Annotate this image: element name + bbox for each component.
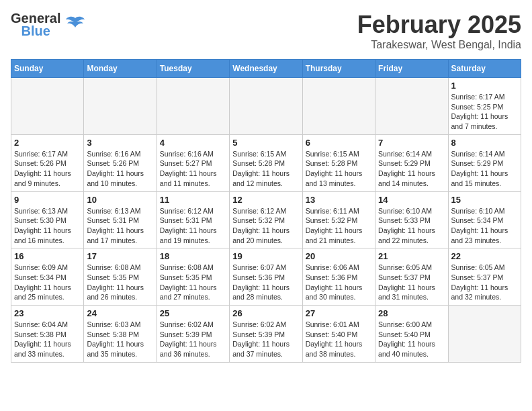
calendar-day-cell: 26Sunrise: 6:02 AM Sunset: 5:39 PM Dayli…	[230, 306, 302, 363]
calendar-day-cell: 14Sunrise: 6:10 AM Sunset: 5:33 PM Dayli…	[375, 191, 448, 248]
calendar-day-cell: 9Sunrise: 6:13 AM Sunset: 5:30 PM Daylig…	[11, 191, 84, 248]
calendar-day-cell: 16Sunrise: 6:09 AM Sunset: 5:34 PM Dayli…	[11, 248, 84, 306]
day-number: 18	[160, 251, 226, 261]
day-info: Sunrise: 6:17 AM Sunset: 5:26 PM Dayligh…	[14, 149, 81, 189]
day-number: 22	[451, 251, 518, 261]
weekday-header-wednesday: Wednesday	[230, 60, 302, 78]
calendar-day-cell	[157, 78, 229, 135]
day-number: 24	[87, 308, 153, 318]
day-info: Sunrise: 6:05 AM Sunset: 5:37 PM Dayligh…	[451, 263, 518, 302]
calendar-week-row: 9Sunrise: 6:13 AM Sunset: 5:30 PM Daylig…	[11, 191, 521, 248]
day-info: Sunrise: 6:09 AM Sunset: 5:34 PM Dayligh…	[14, 263, 81, 302]
weekday-header-monday: Monday	[84, 60, 157, 78]
month-title: February 2025	[357, 11, 521, 39]
day-info: Sunrise: 6:10 AM Sunset: 5:34 PM Dayligh…	[451, 206, 518, 246]
calendar-week-row: 23Sunrise: 6:04 AM Sunset: 5:38 PM Dayli…	[11, 306, 521, 363]
calendar-header: SundayMondayTuesdayWednesdayThursdayFrid…	[11, 60, 521, 78]
day-info: Sunrise: 6:14 AM Sunset: 5:29 PM Dayligh…	[451, 149, 518, 189]
day-number: 9	[14, 195, 81, 205]
calendar-day-cell: 4Sunrise: 6:16 AM Sunset: 5:27 PM Daylig…	[157, 134, 229, 191]
day-number: 4	[160, 138, 226, 148]
day-number: 1	[451, 81, 518, 91]
calendar-week-row: 1Sunrise: 6:17 AM Sunset: 5:25 PM Daylig…	[11, 78, 521, 135]
weekday-header-friday: Friday	[375, 60, 448, 78]
day-info: Sunrise: 6:16 AM Sunset: 5:26 PM Dayligh…	[87, 149, 153, 189]
calendar-table: SundayMondayTuesdayWednesdayThursdayFrid…	[11, 59, 521, 363]
calendar-day-cell: 3Sunrise: 6:16 AM Sunset: 5:26 PM Daylig…	[84, 134, 157, 191]
calendar-day-cell: 13Sunrise: 6:11 AM Sunset: 5:32 PM Dayli…	[302, 191, 375, 248]
day-info: Sunrise: 6:15 AM Sunset: 5:28 PM Dayligh…	[306, 149, 372, 189]
day-info: Sunrise: 6:06 AM Sunset: 5:36 PM Dayligh…	[306, 263, 372, 302]
calendar-day-cell: 25Sunrise: 6:02 AM Sunset: 5:39 PM Dayli…	[157, 306, 229, 363]
calendar-day-cell: 2Sunrise: 6:17 AM Sunset: 5:26 PM Daylig…	[11, 134, 84, 191]
day-info: Sunrise: 6:07 AM Sunset: 5:36 PM Dayligh…	[232, 263, 299, 302]
calendar-body: 1Sunrise: 6:17 AM Sunset: 5:25 PM Daylig…	[11, 78, 521, 363]
day-number: 3	[87, 138, 153, 148]
calendar-day-cell: 18Sunrise: 6:08 AM Sunset: 5:35 PM Dayli…	[157, 248, 229, 306]
day-info: Sunrise: 6:03 AM Sunset: 5:38 PM Dayligh…	[87, 320, 153, 359]
calendar-day-cell	[375, 78, 448, 135]
weekday-header-thursday: Thursday	[302, 60, 375, 78]
calendar-day-cell: 23Sunrise: 6:04 AM Sunset: 5:38 PM Dayli…	[11, 306, 84, 363]
day-info: Sunrise: 6:15 AM Sunset: 5:28 PM Dayligh…	[232, 149, 299, 189]
day-info: Sunrise: 6:08 AM Sunset: 5:35 PM Dayligh…	[87, 263, 153, 302]
day-info: Sunrise: 6:13 AM Sunset: 5:30 PM Dayligh…	[14, 206, 81, 246]
calendar-day-cell: 5Sunrise: 6:15 AM Sunset: 5:28 PM Daylig…	[230, 134, 302, 191]
logo: General Blue	[11, 11, 87, 39]
day-number: 7	[378, 138, 445, 148]
day-number: 5	[232, 138, 299, 148]
calendar-day-cell: 24Sunrise: 6:03 AM Sunset: 5:38 PM Dayli…	[84, 306, 157, 363]
weekday-header-row: SundayMondayTuesdayWednesdayThursdayFrid…	[11, 60, 521, 78]
calendar-day-cell: 10Sunrise: 6:13 AM Sunset: 5:31 PM Dayli…	[84, 191, 157, 248]
day-number: 27	[306, 308, 372, 318]
weekday-header-saturday: Saturday	[448, 60, 521, 78]
calendar-day-cell: 1Sunrise: 6:17 AM Sunset: 5:25 PM Daylig…	[448, 78, 521, 135]
logo-blue: Blue	[21, 24, 50, 39]
calendar-day-cell	[302, 78, 375, 135]
day-number: 2	[14, 138, 81, 148]
day-info: Sunrise: 6:01 AM Sunset: 5:40 PM Dayligh…	[306, 320, 372, 359]
day-info: Sunrise: 6:05 AM Sunset: 5:37 PM Dayligh…	[378, 263, 445, 302]
day-info: Sunrise: 6:12 AM Sunset: 5:32 PM Dayligh…	[232, 206, 299, 246]
weekday-header-tuesday: Tuesday	[157, 60, 229, 78]
calendar-day-cell: 28Sunrise: 6:00 AM Sunset: 5:40 PM Dayli…	[375, 306, 448, 363]
logo-bird-icon	[63, 13, 87, 37]
day-info: Sunrise: 6:10 AM Sunset: 5:33 PM Dayligh…	[378, 206, 445, 246]
day-number: 21	[378, 251, 445, 261]
day-number: 13	[306, 195, 372, 205]
day-number: 15	[451, 195, 518, 205]
day-number: 10	[87, 195, 153, 205]
day-number: 28	[378, 308, 445, 318]
calendar-day-cell: 6Sunrise: 6:15 AM Sunset: 5:28 PM Daylig…	[302, 134, 375, 191]
day-info: Sunrise: 6:13 AM Sunset: 5:31 PM Dayligh…	[87, 206, 153, 246]
calendar-day-cell: 12Sunrise: 6:12 AM Sunset: 5:32 PM Dayli…	[230, 191, 302, 248]
day-info: Sunrise: 6:08 AM Sunset: 5:35 PM Dayligh…	[160, 263, 226, 302]
day-number: 6	[306, 138, 372, 148]
calendar-week-row: 2Sunrise: 6:17 AM Sunset: 5:26 PM Daylig…	[11, 134, 521, 191]
day-info: Sunrise: 6:02 AM Sunset: 5:39 PM Dayligh…	[232, 320, 299, 359]
calendar-day-cell: 27Sunrise: 6:01 AM Sunset: 5:40 PM Dayli…	[302, 306, 375, 363]
page-header: General Blue February 2025 Tarakeswar, W…	[11, 11, 521, 51]
day-info: Sunrise: 6:12 AM Sunset: 5:31 PM Dayligh…	[160, 206, 226, 246]
day-number: 26	[232, 308, 299, 318]
location-title: Tarakeswar, West Bengal, India	[357, 39, 521, 51]
day-info: Sunrise: 6:14 AM Sunset: 5:29 PM Dayligh…	[378, 149, 445, 189]
day-number: 16	[14, 251, 81, 261]
calendar-day-cell: 11Sunrise: 6:12 AM Sunset: 5:31 PM Dayli…	[157, 191, 229, 248]
calendar-day-cell: 19Sunrise: 6:07 AM Sunset: 5:36 PM Dayli…	[230, 248, 302, 306]
calendar-week-row: 16Sunrise: 6:09 AM Sunset: 5:34 PM Dayli…	[11, 248, 521, 306]
day-number: 23	[14, 308, 81, 318]
calendar-day-cell	[11, 78, 84, 135]
calendar-day-cell: 17Sunrise: 6:08 AM Sunset: 5:35 PM Dayli…	[84, 248, 157, 306]
day-info: Sunrise: 6:16 AM Sunset: 5:27 PM Dayligh…	[160, 149, 226, 189]
weekday-header-sunday: Sunday	[11, 60, 84, 78]
title-block: February 2025 Tarakeswar, West Bengal, I…	[357, 11, 521, 51]
calendar-day-cell	[448, 306, 521, 363]
day-info: Sunrise: 6:17 AM Sunset: 5:25 PM Dayligh…	[451, 92, 518, 132]
day-number: 17	[87, 251, 153, 261]
calendar-day-cell: 7Sunrise: 6:14 AM Sunset: 5:29 PM Daylig…	[375, 134, 448, 191]
day-info: Sunrise: 6:11 AM Sunset: 5:32 PM Dayligh…	[306, 206, 372, 246]
calendar-day-cell	[84, 78, 157, 135]
calendar-day-cell: 20Sunrise: 6:06 AM Sunset: 5:36 PM Dayli…	[302, 248, 375, 306]
calendar-day-cell: 22Sunrise: 6:05 AM Sunset: 5:37 PM Dayli…	[448, 248, 521, 306]
